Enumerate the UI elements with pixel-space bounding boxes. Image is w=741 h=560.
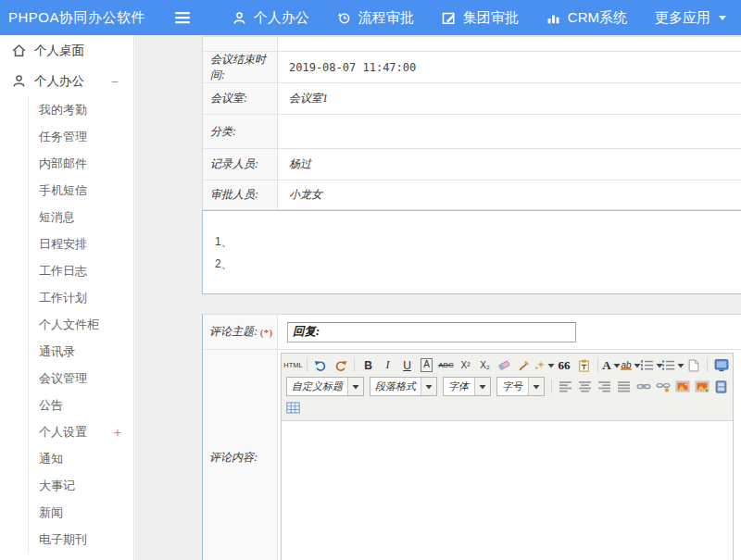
nav-crm-system[interactable]: CRM系统 (546, 0, 627, 35)
remove-format-button[interactable] (496, 356, 513, 375)
heading-select[interactable]: 自定义标题 (286, 377, 364, 396)
align-center-button[interactable] (576, 378, 594, 396)
sidebar-item-work-plan[interactable]: 工作计划 (28, 284, 133, 311)
blockquote-button[interactable]: 66 (556, 356, 573, 375)
app-window: PHPOA协同办公软件 个人办公流程审批集团审批CRM系统更多应用 个人桌面个人… (0, 0, 741, 560)
hamburger-menu-button[interactable] (170, 7, 195, 28)
sidebar-item-personal-office-toggle-icon[interactable]: − (111, 75, 119, 88)
new-page-button[interactable] (684, 356, 702, 375)
sidebar-item-personal-settings[interactable]: 个人设置+ (28, 418, 133, 445)
edit-white-icon (442, 11, 456, 25)
align-right-button[interactable] (596, 378, 613, 396)
strikethrough-button[interactable]: ABC (437, 356, 455, 375)
ordered-list-button[interactable] (642, 356, 661, 375)
comment-subject-input[interactable] (287, 322, 576, 342)
row-value: 会议室1 (278, 83, 741, 114)
sidebar-item-memorabilia[interactable]: 大事记 (28, 472, 133, 499)
sidebar-item-work-log[interactable]: 工作日志 (28, 257, 133, 284)
sidebar-item-short-message[interactable]: 短消息 (28, 204, 133, 230)
font-family-select[interactable]: 字体 (443, 377, 491, 396)
unlink-button[interactable] (654, 378, 672, 396)
page-icon (688, 359, 699, 372)
italic-button[interactable]: I (379, 356, 396, 375)
bold-button[interactable]: B (359, 356, 377, 375)
sidebar-item-contacts[interactable]: 通讯录 (28, 338, 133, 365)
sidebar-item-news[interactable]: 新闻 (28, 499, 133, 526)
align-left-icon (559, 380, 572, 392)
subscript-button[interactable]: X₂ (476, 356, 494, 375)
quick-format-button-caret (547, 363, 555, 368)
font-size-select[interactable]: 字号 (496, 377, 545, 396)
sidebar-item-notice[interactable]: 通知 (28, 445, 133, 472)
undo-button[interactable] (312, 356, 330, 375)
underline-button[interactable]: U (398, 356, 416, 375)
sidebar-item-task-management[interactable]: 任务管理 (28, 123, 133, 150)
quick-format-button[interactable] (534, 356, 554, 375)
link-button[interactable] (634, 378, 652, 396)
bold-button-label: B (364, 359, 372, 372)
nav-workflow-approval-label: 流程审批 (358, 0, 414, 35)
nav-group-approval[interactable]: 集团审批 (442, 0, 519, 35)
align-left-button[interactable] (557, 378, 574, 396)
nav-workflow-approval[interactable]: 流程审批 (337, 0, 414, 35)
redo-button[interactable] (332, 356, 349, 375)
font-family-select-label: 字体 (444, 380, 474, 393)
sidebar-item-e-journal[interactable]: 电子期刊 (28, 526, 133, 553)
table-button[interactable] (284, 399, 302, 417)
caret-down-dark-icon (613, 363, 621, 368)
table-row: 分类: (203, 115, 741, 149)
sidebar-item-announcement[interactable]: 公告 (28, 392, 133, 418)
image-icon (675, 380, 690, 392)
paragraph-select[interactable]: 段落格式 (370, 377, 437, 396)
font-box-button-label: A (421, 358, 433, 372)
paste-icon (578, 359, 590, 372)
nav-personal-office[interactable]: 个人办公 (232, 0, 309, 35)
sidebar-item-my-attendance[interactable]: 我的考勤 (28, 96, 133, 123)
blockquote-button-label: 66 (559, 358, 571, 373)
source-code-button[interactable]: HTML (284, 356, 302, 375)
image-add-icon (695, 380, 710, 392)
editor-content-area[interactable] (282, 421, 733, 560)
fullscreen-button[interactable] (712, 356, 730, 375)
image-button[interactable] (673, 378, 691, 396)
sidebar-item-meeting-management[interactable]: 会议管理 (28, 365, 133, 392)
sidebar-item-personal-settings-toggle-icon[interactable]: + (114, 426, 121, 439)
subscript-button-label: X₂ (480, 360, 490, 370)
highlight-button[interactable]: ab (622, 356, 640, 375)
sidebar-item-schedule[interactable]: 日程安排 (28, 230, 133, 257)
align-center-icon (578, 380, 592, 392)
nav-crm-system-label: CRM系统 (568, 0, 627, 35)
person-gray-icon (12, 74, 26, 88)
comment-subject-value-cell (278, 315, 741, 349)
justify-button[interactable] (615, 378, 633, 396)
sidebar-item-e-journal-label: 电子期刊 (39, 531, 87, 548)
sidebar-item-work-log-label: 工作日志 (39, 263, 87, 280)
superscript-button[interactable]: X² (457, 356, 474, 375)
sidebar-item-personal-desktop[interactable]: 个人桌面 (0, 35, 133, 66)
sidebar-item-mobile-sms[interactable]: 手机短信 (28, 177, 133, 204)
sidebar-item-my-attendance-label: 我的考勤 (39, 102, 87, 118)
heading-select-caret (347, 378, 363, 395)
sidebar-item-news-label: 新闻 (39, 504, 63, 521)
upload-image-button[interactable] (693, 378, 710, 396)
media-icon (715, 380, 727, 393)
sidebar-item-internal-mail[interactable]: 内部邮件 (28, 150, 133, 177)
justify-icon (617, 380, 631, 392)
nav-more-apps[interactable]: 更多应用 (655, 0, 727, 35)
sidebar-item-personal-file-cabinet[interactable]: 个人文件柜 (28, 311, 133, 338)
media-button[interactable] (712, 378, 730, 396)
unordered-list-button[interactable] (663, 356, 683, 375)
editor-toolbar-row-2: 自定义标题段落格式字体字号 (283, 376, 731, 397)
sidebar-item-workflow-approval[interactable]: 流程审批+ (0, 553, 133, 560)
sidebar-item-personal-office[interactable]: 个人办公− (0, 66, 133, 96)
font-size-select-caret (528, 378, 544, 395)
row-label: 审批人员: (203, 180, 278, 209)
comment-content-value-cell: HTMLBIUAABCX²X₂66Aab 自定义标题段落格式字体字号 (278, 350, 741, 560)
font-color-button[interactable]: A (603, 356, 621, 375)
font-box-button[interactable]: A (418, 356, 435, 375)
chart-white-icon (546, 12, 560, 24)
paste-button[interactable] (575, 356, 593, 375)
format-brush-button[interactable] (515, 356, 533, 375)
caret-down-dark-icon (425, 384, 433, 390)
comment-content-label-cell: 评论内容: (203, 350, 278, 560)
